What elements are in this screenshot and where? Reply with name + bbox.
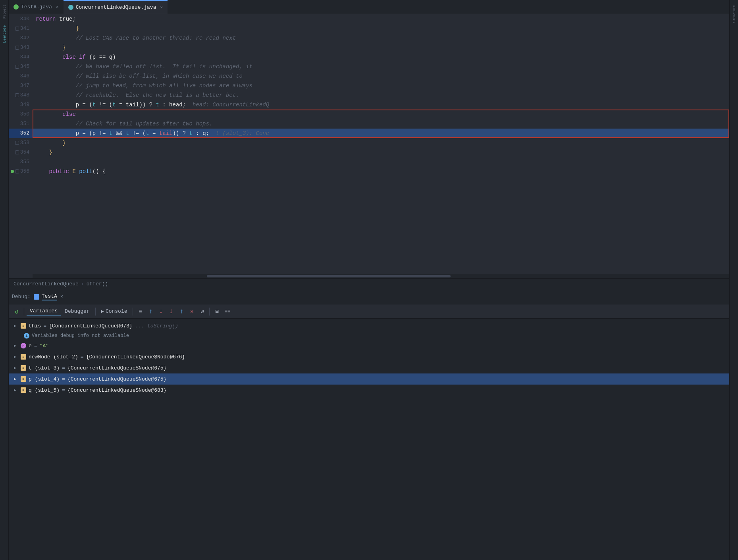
- line-content-354[interactable]: }: [33, 148, 729, 157]
- var-row-t[interactable]: ▶ ≡ t (slot_3) = {ConcurrentLinkedQueue$…: [9, 362, 729, 373]
- line-content-345[interactable]: // We have fallen off list. If tail is u…: [33, 62, 729, 71]
- line-gutter-355: 355: [9, 157, 33, 167]
- code-line-341: 341 }: [9, 24, 729, 33]
- debug-header: Debug: TestA ×: [9, 289, 729, 304]
- leetcode-icon[interactable]: Leetcode: [2, 25, 6, 43]
- var-name-this: this: [29, 323, 41, 329]
- toolbar-btn-list[interactable]: ≡: [135, 307, 145, 316]
- editor-scrollbar[interactable]: [33, 274, 729, 278]
- line-gutter-351: 351: [9, 119, 33, 129]
- line-num-348: 348: [20, 90, 29, 100]
- toolbar-btn-down[interactable]: ↓: [156, 307, 166, 316]
- toolbar-btn-refresh2[interactable]: ↺: [197, 307, 207, 316]
- var-expand-this[interactable]: ▶: [12, 323, 18, 329]
- breadcrumb-method: offer(): [87, 281, 108, 287]
- right-icons-column: Structure: [729, 0, 738, 560]
- var-expand-e[interactable]: ▶: [12, 343, 18, 349]
- line-num-350: 350: [20, 110, 29, 119]
- code-line-355: 355: [9, 157, 729, 167]
- line-gutter-352: 352: [9, 129, 33, 138]
- debug-toolbar-sep4: [209, 308, 210, 316]
- line-num-346: 346: [20, 71, 29, 81]
- line-content-353[interactable]: }: [33, 138, 729, 148]
- line-content-349[interactable]: p = (t != (t = tail)) ? t : head; head: …: [33, 100, 729, 110]
- line-gutter-350: 350: [9, 110, 33, 119]
- line-content-356[interactable]: public E poll() {: [33, 167, 729, 176]
- tab-bar: TestA.java × ConcurrentLinkedQueue.java …: [9, 0, 729, 14]
- toolbar-btn-stop[interactable]: ✕: [187, 307, 197, 316]
- var-expand-p[interactable]: ▶: [12, 376, 18, 382]
- line-num-344: 344: [20, 52, 29, 62]
- line-content-340[interactable]: return true;: [33, 14, 729, 24]
- console-label: Console: [106, 308, 127, 314]
- debug-toolbar-sep1: [24, 308, 24, 316]
- line-num-341: 341: [20, 24, 29, 33]
- var-val-this: {ConcurrentLinkedQueue@673}: [49, 323, 133, 329]
- line-gutter-346: 346: [9, 71, 33, 81]
- line-num-347: 347: [20, 81, 29, 90]
- line-content-341[interactable]: }: [33, 24, 729, 33]
- debug-window-icon: [34, 294, 39, 300]
- console-icon: ▶: [101, 308, 104, 314]
- debug-refresh-btn[interactable]: ↺: [12, 307, 21, 316]
- toolbar-btn-up1[interactable]: ↑: [146, 307, 155, 316]
- code-line-351: 351 // Check for tail updates after two …: [9, 119, 729, 129]
- line-num-354: 354: [20, 148, 29, 157]
- line-content-348[interactable]: // reachable. Else the new tail is a bet…: [33, 90, 729, 100]
- line-content-343[interactable]: }: [33, 43, 729, 52]
- debug-tab-variables[interactable]: Variables: [27, 306, 61, 316]
- debug-toolbar-sep2: [95, 308, 96, 316]
- line-content-344[interactable]: else if (p == q): [33, 52, 729, 62]
- toolbar-btn-grid[interactable]: ⊞: [212, 307, 222, 316]
- tab-testa-close[interactable]: ×: [56, 5, 59, 10]
- tab-testa[interactable]: TestA.java ×: [9, 0, 64, 14]
- tab-concurrent-icon: [68, 5, 73, 10]
- line-num-352: 352: [20, 129, 29, 138]
- line-content-346[interactable]: // will also be off-list, in which case …: [33, 71, 729, 81]
- toolbar-btn-up2[interactable]: ↑: [177, 307, 186, 316]
- line-content-350[interactable]: else: [33, 110, 729, 119]
- tab-concurrent[interactable]: ConcurrentLinkedQueue.java ×: [64, 0, 168, 14]
- code-line-344: 344 else if (p == q): [9, 52, 729, 62]
- line-num-356: 356: [20, 167, 29, 176]
- var-eq-q: =: [62, 387, 65, 393]
- line-gutter-345: 345: [9, 62, 33, 71]
- line-num-355: 355: [20, 157, 29, 167]
- var-expand-q[interactable]: ▶: [12, 387, 18, 393]
- line-num-343: 343: [20, 43, 29, 52]
- line-gutter-340: 340: [9, 14, 33, 24]
- var-row-e[interactable]: ▶ P e = "A": [9, 340, 729, 351]
- structure-label[interactable]: Structure: [732, 5, 736, 23]
- line-num-342: 342: [20, 33, 29, 43]
- code-line-354: 354 }: [9, 148, 729, 157]
- toolbar-btn-menu[interactable]: ≡≡: [222, 307, 232, 316]
- toolbar-btn-step-over[interactable]: ⤓: [166, 307, 176, 316]
- editor-scrollbar-thumb[interactable]: [207, 275, 451, 277]
- var-eq-t: =: [62, 365, 65, 371]
- var-expand-t[interactable]: ▶: [12, 365, 18, 371]
- debug-tab-console[interactable]: ▶ Console: [98, 307, 131, 316]
- var-eq-p: =: [62, 376, 65, 382]
- var-row-newnode[interactable]: ▶ ≡ newNode (slot_2) = {ConcurrentLinked…: [9, 351, 729, 362]
- info-text: Variables debug info not available: [32, 333, 129, 339]
- code-line-350: 350 else: [9, 110, 729, 119]
- line-content-355: [33, 157, 729, 167]
- line-content-342[interactable]: // Lost CAS race to another thread; re-r…: [33, 33, 729, 43]
- project-icon[interactable]: Project: [2, 5, 6, 19]
- var-expand-newnode[interactable]: ▶: [12, 354, 18, 360]
- line-gutter-348: 348: [9, 90, 33, 100]
- debug-title-close[interactable]: ×: [60, 294, 63, 300]
- var-row-p[interactable]: ▶ ≡ p (slot_4) = {ConcurrentLinkedQueue$…: [9, 373, 729, 385]
- editor-area: 340 return true; 341 }: [9, 14, 729, 278]
- line-gutter-343: 343: [9, 43, 33, 52]
- line-content-352[interactable]: p = (p != t && t != (t = tail)) ? t : q;…: [33, 129, 729, 138]
- line-num-340: 340: [20, 14, 29, 24]
- tab-concurrent-close[interactable]: ×: [160, 5, 163, 10]
- line-content-347[interactable]: // jump to head, from which all live nod…: [33, 81, 729, 90]
- var-row-q[interactable]: ▶ ≡ q (slot_5) = {ConcurrentLinkedQueue$…: [9, 385, 729, 396]
- debug-tab-debugger[interactable]: Debugger: [62, 307, 92, 316]
- code-line-348: 348 // reachable. Else the new tail is a…: [9, 90, 729, 100]
- var-row-this[interactable]: ▶ ≡ this = {ConcurrentLinkedQueue@673} .…: [9, 320, 729, 331]
- line-content-351[interactable]: // Check for tail updates after two hops…: [33, 119, 729, 129]
- var-icon-e: P: [21, 343, 26, 348]
